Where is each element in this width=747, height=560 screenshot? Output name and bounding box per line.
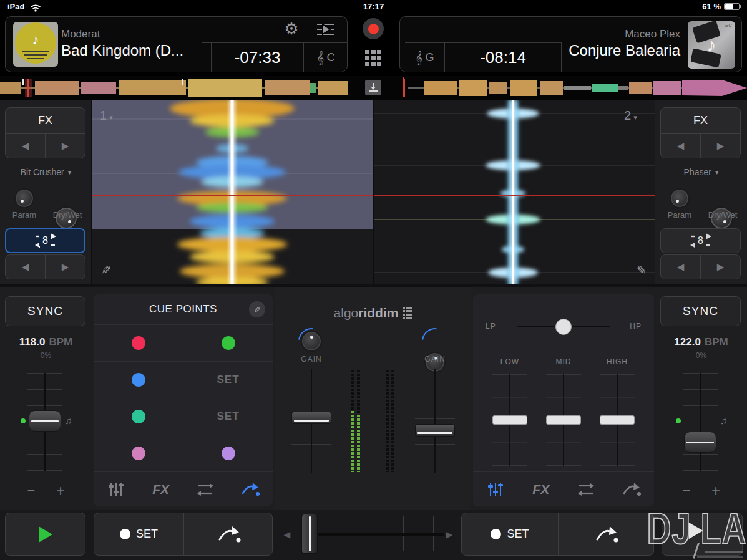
deck2-fx-button[interactable]: FX: [661, 108, 740, 133]
deck1-loop-halve-button[interactable]: ◀: [6, 255, 45, 279]
cue-arrow-icon: [593, 524, 620, 544]
deck1-keylock-note-icon[interactable]: ♫: [65, 415, 72, 426]
deck1-cue-group: SET: [94, 513, 273, 556]
deck2-pitch-plus-button[interactable]: +: [707, 483, 725, 499]
deck1-pitch-plus-button[interactable]: +: [52, 483, 69, 499]
deck2-pitch-minus-button[interactable]: −: [678, 483, 695, 499]
deck2-volume-fader[interactable]: [415, 424, 455, 437]
filter-knob[interactable]: [555, 319, 572, 335]
deck1-set-cue-button[interactable]: SET: [94, 513, 183, 555]
deck1-time-remaining[interactable]: -07:33: [212, 43, 303, 72]
deck1-pitch-minus-button[interactable]: −: [22, 483, 40, 499]
deck2-pitch-track[interactable]: [700, 373, 701, 471]
cue-point-6-set-button[interactable]: SET: [183, 362, 273, 398]
deck1-bpm-display[interactable]: 118.0 BPM: [0, 336, 92, 349]
cue-point-8-button[interactable]: [183, 435, 273, 471]
tab-cue-icon[interactable]: [614, 477, 649, 502]
deck2-album-art[interactable]: ♪ EC: [688, 21, 735, 69]
settings-gear-icon[interactable]: ⚙: [281, 19, 302, 39]
deck1-album-art[interactable]: ♪: [13, 22, 58, 67]
cue-dot: [132, 373, 145, 387]
eq-high-fader[interactable]: [600, 415, 635, 425]
tab-eq-mixer-icon[interactable]: [99, 477, 134, 502]
deck2-pitch-slider-handle[interactable]: [684, 432, 716, 453]
tab-loop-icon[interactable]: [569, 477, 603, 502]
deck2-param-knob[interactable]: [670, 188, 690, 208]
crossfader-right-arrow[interactable]: ▶: [444, 525, 454, 544]
cue-point-5-button[interactable]: [183, 325, 273, 361]
deck2-fx-prev-button[interactable]: ◀: [661, 134, 700, 158]
deck2-overview-waveform[interactable]: [403, 77, 747, 99]
download-icon[interactable]: [365, 80, 381, 95]
crossfader-left-arrow[interactable]: ◀: [282, 525, 292, 544]
deck1-sync-button[interactable]: SYNC: [5, 296, 85, 326]
deck1-param-knob[interactable]: [14, 188, 34, 208]
cue-point-7-set-button[interactable]: SET: [183, 398, 273, 435]
deck1-loop-double-button[interactable]: ▶: [46, 255, 85, 279]
deck2-jump-cue-button[interactable]: [559, 513, 654, 555]
eq-mid-fader[interactable]: [546, 415, 581, 425]
crossfader-handle[interactable]: [301, 514, 318, 554]
deck2-eq-panel: LP HP LOW MID HIGH: [473, 294, 654, 506]
cue-point-2-button[interactable]: [94, 362, 183, 398]
deck2-fx-column: FX ◀ ▶ Phaser ▾ Param Dry/Wet: [655, 100, 747, 287]
deck2-bpm-display[interactable]: 122.0 BPM: [655, 336, 747, 349]
cue-edit-button[interactable]: ✎: [249, 301, 265, 317]
record-button[interactable]: [363, 18, 384, 39]
deck1-pitch-slider-handle[interactable]: [29, 410, 61, 432]
deck1-fx-next-button[interactable]: ▶: [46, 134, 85, 158]
deck1-edit-pencil-icon[interactable]: ✎: [101, 263, 111, 278]
overview-strip-row: [0, 76, 747, 100]
treble-clef-icon: 𝄞: [317, 51, 325, 65]
deck1-gain-knob[interactable]: [301, 331, 322, 352]
automix-icon[interactable]: [316, 22, 336, 37]
cue-point-1-button[interactable]: [94, 325, 183, 361]
deck2-sync-button[interactable]: SYNC: [660, 296, 741, 326]
deck2-waveform[interactable]: [373, 100, 655, 286]
deck1-key-display[interactable]: 𝄞 C: [304, 43, 348, 72]
deck2-effect-select[interactable]: Phaser ▾: [655, 166, 747, 178]
deck1-loop-button[interactable]: 8: [5, 228, 85, 253]
library-grid-icon[interactable]: [365, 50, 381, 66]
deck2-number-badge[interactable]: 2▾: [624, 109, 637, 123]
deck1-effect-select[interactable]: Bit Crusher ▾: [0, 166, 92, 178]
deck1-fx-button[interactable]: FX: [6, 108, 85, 133]
deck2-time-remaining[interactable]: -08:14: [445, 43, 561, 72]
deck1-fx-prev-button[interactable]: ◀: [6, 134, 45, 158]
deck2-key: G: [425, 51, 434, 64]
tab-fx[interactable]: FX: [144, 477, 178, 502]
deck2-info-panel[interactable]: 𝄞 G -08:14 Maceo Plex Conjure Balearia ♪…: [399, 16, 742, 72]
deck2-edit-pencil-icon[interactable]: ✎: [637, 263, 647, 278]
deck2-loop-button[interactable]: 8: [660, 228, 741, 253]
chevron-down-icon: ▾: [68, 168, 72, 176]
cue-dot: [132, 336, 145, 350]
deck2-play-button[interactable]: [662, 513, 743, 556]
eq-low-fader[interactable]: [492, 415, 527, 425]
deck1-number-badge[interactable]: 1▾: [100, 109, 113, 123]
header: ♪ Moderat Bad Kingdom (D... -07:33 𝄞 C ⚙: [0, 14, 747, 76]
cue-point-3-button[interactable]: [94, 398, 183, 435]
deck1-pitch-zero-led: [21, 418, 26, 423]
crossfader-track[interactable]: [317, 533, 444, 536]
deck2-fx-next-button[interactable]: ▶: [701, 134, 740, 158]
deck2-keylock-note-icon[interactable]: ♫: [720, 415, 727, 426]
tab-fx[interactable]: FX: [524, 477, 559, 502]
chevron-down-icon: ▾: [633, 113, 637, 121]
cue-point-4-button[interactable]: [94, 435, 183, 471]
deck1-volume-fader[interactable]: [291, 412, 331, 424]
deck1-jump-cue-button[interactable]: [184, 513, 273, 555]
djay-app: iPad 17:17 61 % ♪ Moderat Bad Kingdom (D…: [0, 0, 747, 560]
tab-loop-icon[interactable]: [188, 477, 223, 502]
deck2-key-display[interactable]: 𝄞 G: [405, 43, 444, 72]
deck2-set-cue-button[interactable]: SET: [462, 513, 558, 555]
deck1-waveform[interactable]: [92, 100, 373, 286]
tab-cue-icon[interactable]: [233, 477, 268, 502]
deck1-play-button[interactable]: [5, 513, 85, 556]
deck1-overview-waveform[interactable]: [0, 77, 348, 99]
deck2-loop-halve-button[interactable]: ◀: [661, 255, 700, 279]
battery-percent: 61 %: [702, 2, 721, 11]
deck2-loop-double-button[interactable]: ▶: [701, 255, 740, 279]
deck2-volume-track[interactable]: [434, 369, 436, 473]
tab-eq-mixer-icon[interactable]: [478, 477, 513, 502]
lower-controls: SYNC 118.0 BPM 0% ♫ − + CUE POINTS ✎: [0, 287, 747, 510]
